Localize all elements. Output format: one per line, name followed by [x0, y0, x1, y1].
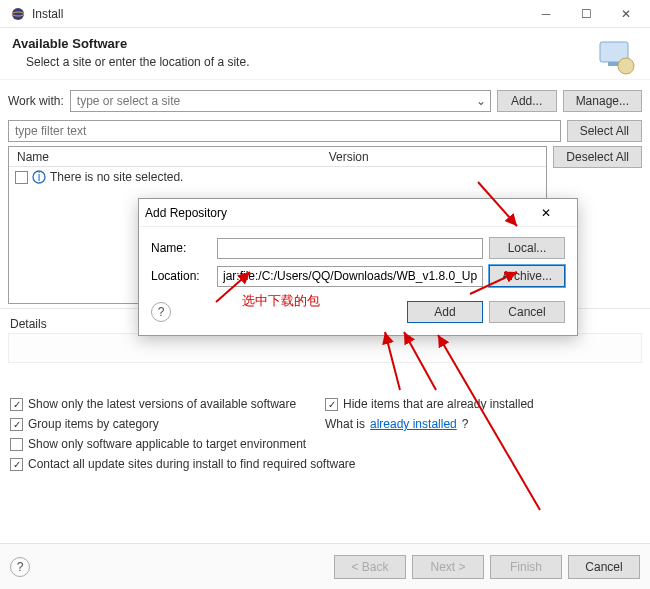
add-site-button[interactable]: Add... — [497, 90, 557, 112]
local-button[interactable]: Local... — [489, 237, 565, 259]
dialog-title: Add Repository — [145, 206, 541, 220]
chevron-down-icon: ⌄ — [476, 94, 486, 108]
dialog-cancel-button[interactable]: Cancel — [489, 301, 565, 323]
page-subtitle: Select a site or enter the location of a… — [26, 55, 638, 69]
options-panel: Show only the latest versions of availab… — [0, 391, 650, 471]
location-label: Location: — [151, 269, 211, 283]
tree-empty-row: i There is no site selected. — [9, 167, 546, 187]
back-button[interactable]: < Back — [334, 555, 406, 579]
lbl-contact-sites: Contact all update sites during install … — [28, 457, 356, 471]
page-title: Available Software — [12, 36, 638, 51]
close-button[interactable]: ✕ — [606, 0, 646, 28]
dialog-add-button[interactable]: Add — [407, 301, 483, 323]
name-label: Name: — [151, 241, 211, 255]
eclipse-icon — [10, 6, 26, 22]
archive-button[interactable]: Archive... — [489, 265, 565, 287]
lbl-group-category: Group items by category — [28, 417, 159, 431]
install-header-icon — [596, 36, 638, 81]
svg-point-0 — [12, 8, 24, 20]
chk-applicable-target[interactable] — [10, 438, 23, 451]
filter-input[interactable] — [8, 120, 561, 142]
info-icon: i — [32, 170, 46, 184]
annotation-text: 选中下载的包 — [242, 292, 320, 310]
lbl-what-is: What is — [325, 417, 365, 431]
lbl-applicable-target: Show only software applicable to target … — [28, 437, 306, 451]
dialog-titlebar: Add Repository ✕ — [139, 199, 577, 227]
select-all-button[interactable]: Select All — [567, 120, 642, 142]
wizard-header: Available Software Select a site or ente… — [0, 28, 650, 80]
chk-group-category[interactable] — [10, 418, 23, 431]
next-button[interactable]: Next > — [412, 555, 484, 579]
chk-hide-installed[interactable] — [325, 398, 338, 411]
dialog-close-button[interactable]: ✕ — [541, 206, 571, 220]
finish-button[interactable]: Finish — [490, 555, 562, 579]
maximize-button[interactable]: ☐ — [566, 0, 606, 28]
chk-contact-sites[interactable] — [10, 458, 23, 471]
location-input[interactable] — [217, 266, 483, 287]
lbl-latest-only: Show only the latest versions of availab… — [28, 397, 296, 411]
manage-sites-button[interactable]: Manage... — [563, 90, 642, 112]
details-textarea[interactable] — [8, 333, 642, 363]
row-checkbox[interactable] — [15, 171, 28, 184]
cancel-button[interactable]: Cancel — [568, 555, 640, 579]
dialog-help-icon[interactable]: ? — [151, 302, 171, 322]
col-name: Name — [9, 150, 321, 164]
work-with-combo[interactable]: type or select a site ⌄ — [70, 90, 491, 112]
svg-point-4 — [618, 58, 634, 74]
name-input[interactable] — [217, 238, 483, 259]
tree-header: Name Version — [9, 147, 546, 167]
wizard-footer: ? < Back Next > Finish Cancel — [0, 543, 650, 589]
window-title: Install — [32, 7, 526, 21]
work-with-placeholder: type or select a site — [77, 94, 180, 108]
titlebar: Install ─ ☐ ✕ — [0, 0, 650, 28]
col-version: Version — [321, 150, 377, 164]
chk-latest-only[interactable] — [10, 398, 23, 411]
lbl-hide-installed: Hide items that are already installed — [343, 397, 534, 411]
empty-message: There is no site selected. — [50, 170, 183, 184]
work-with-label: Work with: — [8, 94, 64, 108]
work-with-row: Work with: type or select a site ⌄ Add..… — [0, 80, 650, 116]
minimize-button[interactable]: ─ — [526, 0, 566, 28]
deselect-all-button[interactable]: Deselect All — [553, 146, 642, 168]
help-icon[interactable]: ? — [10, 557, 30, 577]
svg-text:i: i — [38, 170, 41, 184]
add-repository-dialog: Add Repository ✕ Name: Local... Location… — [138, 198, 578, 336]
already-installed-link[interactable]: already installed — [370, 417, 457, 431]
